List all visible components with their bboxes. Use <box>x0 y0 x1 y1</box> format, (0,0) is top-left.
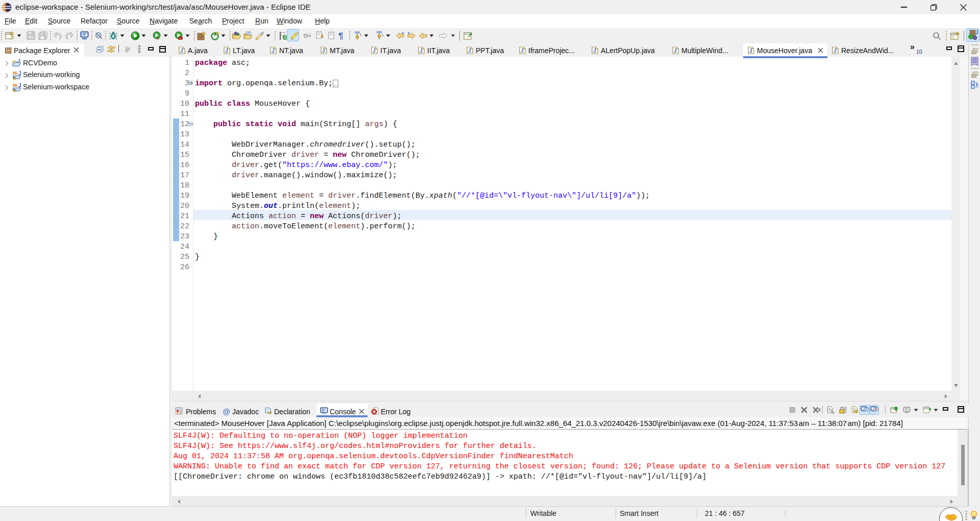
svg-text:J: J <box>18 83 21 88</box>
svg-text:J: J <box>468 48 471 54</box>
svg-text:J: J <box>420 48 423 54</box>
svg-text:J: J <box>322 48 325 54</box>
svg-text:J: J <box>373 48 376 54</box>
svg-text:J: J <box>749 48 752 54</box>
svg-text:J: J <box>834 48 837 54</box>
svg-text:J: J <box>272 48 275 54</box>
svg-text:M: M <box>13 83 17 88</box>
svg-text:J: J <box>180 48 183 54</box>
svg-text:J: J <box>521 48 524 54</box>
svg-text:J: J <box>18 70 21 76</box>
svg-text:J: J <box>975 30 978 35</box>
svg-text:M: M <box>13 70 17 76</box>
svg-text:J: J <box>593 48 596 54</box>
svg-text:J: J <box>18 59 20 63</box>
svg-text:J: J <box>674 48 677 54</box>
svg-text:J: J <box>225 48 228 54</box>
